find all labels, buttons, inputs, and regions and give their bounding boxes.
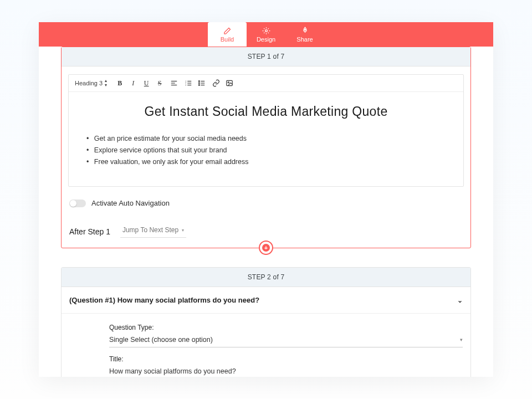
auto-nav-toggle[interactable]	[69, 200, 86, 207]
editor-content[interactable]: Get Instant Social Media Marketing Quote…	[69, 92, 463, 186]
rocket-icon	[300, 26, 309, 35]
question-title-value: How many social platforms do you need?	[109, 367, 236, 375]
bullet-list: Get an price estimate for your social me…	[86, 135, 453, 166]
step-2-card: STEP 2 of 7 (Question #1) How many socia…	[61, 267, 471, 377]
list-item: Free valuation, we only ask for your ema…	[86, 158, 453, 166]
chevron-down-icon: ⌄	[457, 296, 463, 304]
auto-nav-label: Activate Auto Navigation	[91, 199, 170, 207]
tab-design-label: Design	[257, 36, 275, 43]
question-title-label: Title:	[109, 355, 463, 363]
question-header-row[interactable]: (Question #1) How many social platforms …	[62, 287, 470, 314]
pencil-icon	[223, 26, 232, 35]
app-window: Build Design Share STEP	[39, 22, 493, 377]
rich-text-editor: Heading 3 ▴▾ B I U S	[68, 74, 464, 187]
heading-select[interactable]: Heading 3 ▴▾	[72, 77, 110, 89]
question-type-label: Question Type:	[109, 324, 463, 331]
question-header-label: (Question #1) How many social platforms …	[69, 296, 259, 304]
chevron-down-icon: ▾	[460, 337, 463, 342]
jump-dropdown-label: Jump To Next Step	[122, 226, 178, 234]
tab-build-label: Build	[221, 36, 234, 43]
list-item: Explore service options that suit your b…	[86, 146, 453, 154]
after-step-label: After Step 1	[69, 227, 110, 236]
svg-text:3: 3	[185, 84, 186, 86]
step-1-header: STEP 1 of 7	[62, 47, 470, 66]
svg-point-1	[304, 29, 305, 30]
tab-share[interactable]: Share	[285, 22, 324, 47]
updown-icon: ▴▾	[105, 79, 107, 88]
italic-button[interactable]: I	[129, 79, 137, 88]
strike-button[interactable]: S	[155, 79, 164, 88]
editor-toolbar: Heading 3 ▴▾ B I U S	[69, 75, 463, 92]
list-item: Get an price estimate for your social me…	[86, 135, 453, 142]
jump-dropdown[interactable]: Jump To Next Step ▾	[120, 225, 186, 238]
align-button[interactable]	[170, 79, 178, 88]
bullet-list-button[interactable]	[197, 79, 206, 88]
tab-build[interactable]: Build	[208, 22, 247, 47]
chevron-down-icon: ▾	[182, 228, 184, 233]
svg-point-15	[199, 83, 200, 84]
step-title: Get Instant Social Media Marketing Quote	[79, 104, 453, 119]
plus-icon: +	[262, 244, 270, 252]
ordered-list-button[interactable]: 123	[184, 79, 193, 88]
question-title-input[interactable]: How many social platforms do you need?	[109, 365, 463, 377]
tab-share-label: Share	[296, 36, 313, 43]
add-step-button[interactable]: +	[259, 241, 273, 255]
question-type-select[interactable]: Single Select (choose one option) ▾	[109, 334, 463, 347]
question-type-value: Single Select (choose one option)	[109, 336, 213, 344]
heading-select-label: Heading 3	[75, 80, 103, 86]
svg-point-0	[265, 29, 267, 32]
image-button[interactable]	[225, 79, 234, 88]
gear-icon	[262, 26, 270, 35]
svg-point-16	[199, 85, 200, 86]
top-nav: Build Design Share	[39, 22, 493, 47]
bold-button[interactable]: B	[115, 79, 124, 88]
svg-point-18	[228, 82, 229, 83]
svg-point-14	[199, 81, 200, 82]
step-2-header: STEP 2 of 7	[62, 268, 470, 287]
tab-design[interactable]: Design	[247, 22, 285, 47]
step-1-card: STEP 1 of 7 Heading 3 ▴▾ B I U S	[61, 47, 471, 248]
link-button[interactable]	[212, 79, 221, 88]
underline-button[interactable]: U	[142, 79, 151, 88]
